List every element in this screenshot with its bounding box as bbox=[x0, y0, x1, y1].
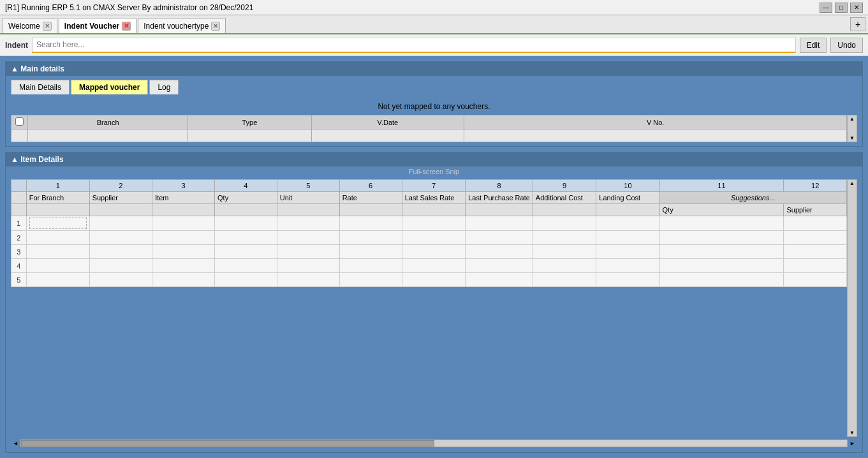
item-grid-container: 1 2 3 4 5 6 7 8 9 10 11 bbox=[11, 179, 857, 437]
tab-welcome-close[interactable]: ✕ bbox=[43, 22, 52, 31]
hscroll-thumb[interactable] bbox=[21, 440, 434, 447]
row2-last-sales-rate[interactable] bbox=[402, 231, 466, 245]
row4-supplier[interactable] bbox=[89, 259, 152, 273]
row2-rate[interactable] bbox=[339, 231, 402, 245]
row2-item[interactable] bbox=[152, 231, 215, 245]
tab-welcome[interactable]: Welcome ✕ bbox=[3, 18, 57, 33]
row3-last-purchase-rate[interactable] bbox=[466, 245, 533, 259]
add-tab-button[interactable]: + bbox=[850, 17, 865, 31]
row4-item[interactable] bbox=[152, 259, 215, 273]
row1-unit[interactable] bbox=[277, 216, 339, 231]
row3-for-branch[interactable] bbox=[26, 245, 89, 259]
sub-last-sales-rate bbox=[402, 204, 466, 216]
row5-sugg-qty[interactable] bbox=[659, 273, 784, 287]
col-sub-header-row: Qty Supplier bbox=[11, 204, 847, 216]
row4-last-sales-rate[interactable] bbox=[402, 259, 466, 273]
row1-landing-cost[interactable] bbox=[596, 216, 659, 231]
mapped-col-vdate: V.Date bbox=[311, 115, 464, 129]
row4-landing-cost[interactable] bbox=[596, 259, 659, 273]
row4-for-branch[interactable] bbox=[26, 259, 89, 273]
row4-qty[interactable] bbox=[215, 259, 277, 273]
item-grid-vscroll[interactable]: ▲ ▼ bbox=[847, 179, 857, 437]
row1-last-purchase-rate[interactable] bbox=[466, 216, 533, 231]
row3-supplier[interactable] bbox=[89, 245, 152, 259]
row5-last-purchase-rate[interactable] bbox=[466, 273, 533, 287]
row4-sugg-qty[interactable] bbox=[659, 259, 784, 273]
row5-item[interactable] bbox=[152, 273, 215, 287]
row4-rate[interactable] bbox=[339, 259, 402, 273]
row5-rate[interactable] bbox=[339, 273, 402, 287]
search-input[interactable] bbox=[32, 38, 796, 53]
row2-for-branch[interactable] bbox=[26, 231, 89, 245]
tab-mapped-voucher[interactable]: Mapped voucher bbox=[71, 80, 148, 94]
row5-landing-cost[interactable] bbox=[596, 273, 659, 287]
row3-qty[interactable] bbox=[215, 245, 277, 259]
maximize-button[interactable]: □ bbox=[835, 3, 848, 13]
col-suggestions: Suggestions... bbox=[659, 192, 846, 204]
row3-landing-cost[interactable] bbox=[596, 245, 659, 259]
row3-last-sales-rate[interactable] bbox=[402, 245, 466, 259]
hscroll-left-arrow[interactable]: ◄ bbox=[11, 440, 20, 447]
tab-main-details[interactable]: Main Details bbox=[11, 80, 70, 94]
row1-supplier[interactable] bbox=[89, 216, 152, 231]
undo-button[interactable]: Undo bbox=[830, 38, 863, 53]
row1-sugg-qty[interactable] bbox=[659, 216, 784, 231]
row3-sugg-supplier[interactable] bbox=[784, 245, 847, 259]
tab-welcome-label: Welcome bbox=[8, 22, 40, 31]
col-supplier: Supplier bbox=[89, 192, 152, 204]
row2-sugg-supplier[interactable] bbox=[784, 231, 847, 245]
edit-button[interactable]: Edit bbox=[800, 38, 827, 53]
sub-additional-cost bbox=[533, 204, 596, 216]
tab-indent-voucher-close[interactable]: ✕ bbox=[122, 22, 131, 31]
row1-sugg-supplier[interactable] bbox=[784, 216, 847, 231]
hscroll-track[interactable] bbox=[20, 440, 848, 447]
row4-unit[interactable] bbox=[277, 259, 339, 273]
minimize-button[interactable]: — bbox=[820, 3, 832, 13]
row1-rate[interactable] bbox=[339, 216, 402, 231]
col-last-purchase-rate: Last Purchase Rate bbox=[466, 192, 533, 204]
close-button[interactable]: ✕ bbox=[850, 3, 863, 13]
item-grid-scroll-up[interactable]: ▲ bbox=[850, 181, 855, 186]
row2-sugg-qty[interactable] bbox=[659, 231, 784, 245]
row5-unit[interactable] bbox=[277, 273, 339, 287]
tab-indent-vouchertype-close[interactable]: ✕ bbox=[211, 22, 220, 31]
item-grid-scroll-down[interactable]: ▼ bbox=[850, 430, 855, 436]
row5-supplier[interactable] bbox=[89, 273, 152, 287]
row4-additional-cost[interactable] bbox=[533, 259, 596, 273]
hscroll-right-arrow[interactable]: ► bbox=[848, 440, 857, 447]
row3-unit[interactable] bbox=[277, 245, 339, 259]
row5-qty[interactable] bbox=[215, 273, 277, 287]
mapped-chk-all[interactable] bbox=[15, 117, 24, 126]
sub-last-purchase-rate bbox=[466, 204, 533, 216]
tab-indent-voucher[interactable]: Indent Voucher ✕ bbox=[59, 18, 136, 33]
row2-supplier[interactable] bbox=[89, 231, 152, 245]
row1-additional-cost[interactable] bbox=[533, 216, 596, 231]
row3-rate[interactable] bbox=[339, 245, 402, 259]
toolbar-label: Indent bbox=[5, 41, 28, 50]
row5-sugg-supplier[interactable] bbox=[784, 273, 847, 287]
row2-qty[interactable] bbox=[215, 231, 277, 245]
row1-branch-input[interactable] bbox=[29, 218, 87, 229]
row3-item[interactable] bbox=[152, 245, 215, 259]
tab-indent-vouchertype[interactable]: Indent vouchertype ✕ bbox=[138, 18, 226, 33]
row3-additional-cost[interactable] bbox=[533, 245, 596, 259]
row5-additional-cost[interactable] bbox=[533, 273, 596, 287]
row2-additional-cost[interactable] bbox=[533, 231, 596, 245]
scroll-up-arrow[interactable]: ▲ bbox=[850, 116, 855, 122]
tab-log[interactable]: Log bbox=[149, 80, 179, 94]
row2-last-purchase-rate[interactable] bbox=[466, 231, 533, 245]
row1-for-branch[interactable] bbox=[26, 216, 89, 231]
toolbar: Indent Edit Undo bbox=[0, 34, 868, 56]
row4-sugg-supplier[interactable] bbox=[784, 259, 847, 273]
row1-qty[interactable] bbox=[215, 216, 277, 231]
row2-unit[interactable] bbox=[277, 231, 339, 245]
row2-landing-cost[interactable] bbox=[596, 231, 659, 245]
scroll-down-arrow[interactable]: ▼ bbox=[850, 135, 855, 141]
row5-for-branch[interactable] bbox=[26, 273, 89, 287]
mapped-table-vscroll[interactable]: ▲ ▼ bbox=[847, 115, 857, 142]
row1-item[interactable] bbox=[152, 216, 215, 231]
row5-last-sales-rate[interactable] bbox=[402, 273, 466, 287]
row4-last-purchase-rate[interactable] bbox=[466, 259, 533, 273]
row3-sugg-qty[interactable] bbox=[659, 245, 784, 259]
row1-last-sales-rate[interactable] bbox=[402, 216, 466, 231]
